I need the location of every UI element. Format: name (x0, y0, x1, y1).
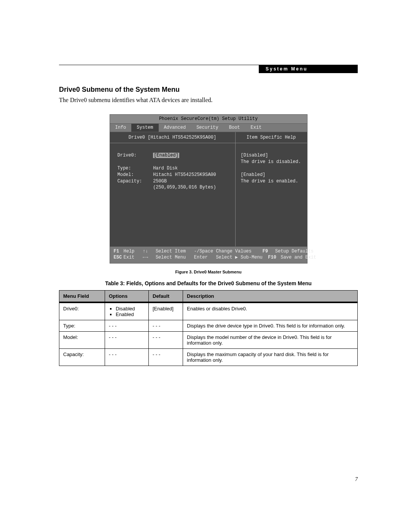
table-row: Model: - - - - - - Displays the model nu… (59, 332, 358, 349)
document-page: System Menu Drive0 Submenu of the System… (0, 0, 411, 532)
cell-description: Displays the model number of the device … (183, 332, 358, 349)
cell-options: - - - (105, 332, 149, 349)
figure-caption: Figure 3. Drive0 Master Submenu (59, 270, 358, 274)
cell-description: Displays the maximum capacity of your ha… (183, 349, 358, 366)
section-heading: Drive0 Submenu of the System Menu (59, 86, 358, 94)
footer-row-1: F1Help ↑↓Select Item -/Space Change Valu… (114, 248, 303, 255)
table-header-row: Menu Field Options Default Description (59, 291, 358, 302)
bios-field-list: Drive0: [Enabled] Type: Hard Disk Model:… (110, 143, 235, 229)
bios-title: Phoenix SecureCore(tm) Setup Utility (110, 115, 307, 124)
bios-tab-boot[interactable]: Boot (224, 124, 245, 132)
bios-window: Phoenix SecureCore(tm) Setup Utility Inf… (110, 114, 307, 264)
field-type-label: Type: (118, 166, 131, 171)
bios-tab-info[interactable]: Info (110, 124, 132, 132)
cell-options: - - - (105, 320, 149, 332)
field-model-value: Hitachi HTS542525K9SA00 (153, 172, 216, 177)
bios-tab-system[interactable]: System (131, 124, 158, 132)
field-type: Type: Hard Disk (118, 165, 228, 172)
cell-field: Type: (59, 320, 105, 332)
bios-tab-advanced[interactable]: Advanced (159, 124, 191, 132)
bios-body: Drive0 [Hitachi HTS542525K9SA00] Drive0:… (110, 132, 307, 246)
cell-default: - - - (149, 332, 183, 349)
field-drive0-label: Drive0: (118, 153, 137, 158)
cell-default: [Enabled] (149, 303, 183, 320)
field-capacity-value: 250GB (153, 179, 167, 184)
field-type-value: Hard Disk (153, 166, 178, 171)
footer-row-2: ESCExit ←→Select Menu Enter Select ▶ Sub… (114, 254, 303, 261)
page-content: Drive0 Submenu of the System Menu The Dr… (59, 65, 358, 366)
field-drive0[interactable]: Drive0: [Enabled] (118, 152, 228, 159)
page-number: 7 (355, 476, 358, 482)
cell-options: Disabled Enabled (105, 303, 149, 320)
table-row: Drive0: Disabled Enabled [Enabled] Enabl… (59, 303, 358, 320)
cell-field: Drive0: (59, 303, 105, 320)
bios-screenshot: Phoenix SecureCore(tm) Setup Utility Inf… (110, 114, 307, 264)
cell-options: - - - (105, 349, 149, 366)
field-model: Model: Hitachi HTS542525K9SA00 (118, 172, 228, 178)
table-title: Table 3: Fields, Options and Defaults fo… (59, 280, 358, 286)
bios-footer: F1Help ↑↓Select Item -/Space Change Valu… (110, 246, 307, 264)
th-description: Description (183, 291, 358, 302)
bios-tab-exit[interactable]: Exit (245, 124, 267, 132)
field-capacity-bytes: (250,059,350,016 Bytes) (118, 184, 228, 191)
th-menu-field: Menu Field (59, 291, 105, 302)
field-drive0-value[interactable]: [Enabled] (153, 153, 179, 158)
th-default: Default (149, 291, 183, 302)
bios-help-header: Item Specific Help (236, 132, 307, 144)
table-row: Capacity: - - - - - - Displays the maxim… (59, 349, 358, 366)
cell-description: Displays the drive device type in Drive0… (183, 320, 358, 332)
section-intro: The Drive0 submenu identifies what ATA d… (59, 97, 358, 104)
fields-table: Menu Field Options Default Description D… (59, 290, 358, 366)
bios-help-text: [Disabled] The drive is disabled. [Enabl… (236, 143, 307, 190)
cell-default: - - - (149, 320, 183, 332)
header-section-tab: System Menu (259, 65, 358, 73)
table-row: Type: - - - - - - Displays the drive dev… (59, 320, 358, 332)
cell-field: Capacity: (59, 349, 105, 366)
bios-tab-security[interactable]: Security (191, 124, 224, 132)
cell-default: - - - (149, 349, 183, 366)
field-capacity: Capacity: 250GB (118, 178, 228, 185)
bios-tabbar: Info System Advanced Security Boot Exit (110, 124, 307, 132)
cell-field: Model: (59, 332, 105, 349)
th-options: Options (105, 291, 149, 302)
cell-description: Enables or disables Drive0. (183, 303, 358, 320)
bios-left-header: Drive0 [Hitachi HTS542525K9SA00] (110, 132, 235, 144)
field-model-label: Model: (118, 172, 134, 177)
bios-left-pane: Drive0 [Hitachi HTS542525K9SA00] Drive0:… (110, 132, 236, 246)
bios-right-pane: Item Specific Help [Disabled] The drive … (236, 132, 307, 246)
field-capacity-label: Capacity: (118, 179, 142, 184)
